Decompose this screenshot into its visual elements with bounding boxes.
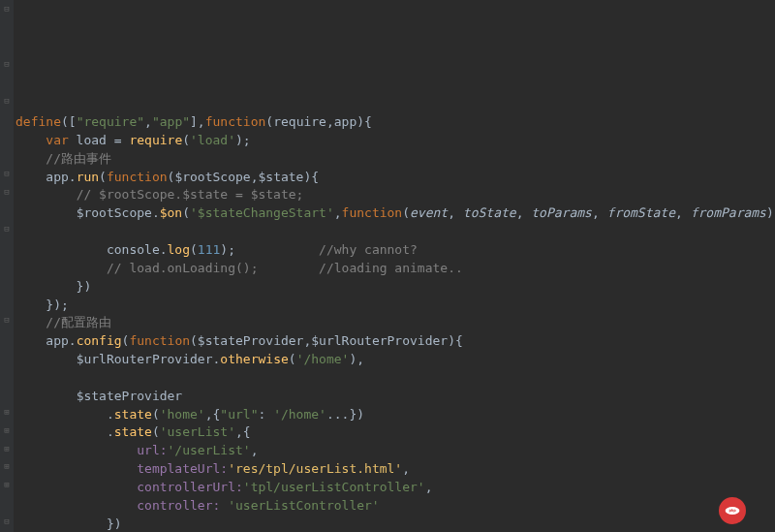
code-line: app.run(function($rootScope,$state){	[16, 170, 319, 184]
code-line: controller: 'userListController'	[16, 498, 380, 513]
fold-icon[interactable]: ⊞	[2, 407, 12, 417]
code-line: define(["require","app"],function(requir…	[16, 114, 372, 129]
code-line: var load = require('load');	[16, 133, 251, 147]
fold-icon[interactable]: ⊟	[2, 4, 12, 14]
fold-icon[interactable]: ⊟	[2, 224, 12, 234]
code-editor[interactable]: define(["require","app"],function(requir…	[16, 113, 775, 532]
code-line: $urlRouterProvider.otherwise('/home'),	[16, 352, 364, 366]
gutter: ⊟ ⊟ ⊟ ⊟ ⊟ ⊟ ⊟ ⊞ ⊞ ⊞ ⊞ ⊞ ⊟	[0, 0, 14, 532]
code-line: app.config(function($stateProvider,$urlR…	[16, 333, 463, 348]
code-line: //配置路由	[16, 315, 111, 329]
code-line: .state('home',{"url": '/home'...})	[16, 407, 364, 422]
fold-icon[interactable]: ⊞	[2, 480, 12, 489]
php-badge-icon[interactable]: php	[719, 497, 746, 524]
code-line: //路由事件	[16, 151, 111, 166]
code-line: url:'/userList',	[16, 443, 258, 457]
fold-icon[interactable]: ⊞	[2, 425, 12, 435]
fold-icon[interactable]: ⊞	[2, 444, 12, 454]
svg-text:php: php	[728, 508, 736, 513]
code-line: controllerUrl:'tpl/userListController',	[16, 480, 432, 494]
code-line: })	[16, 279, 91, 294]
fold-icon[interactable]: ⊟	[2, 315, 12, 325]
code-line: console.log(111); //why cannot?	[16, 242, 418, 257]
code-line: $stateProvider	[16, 389, 182, 403]
fold-icon[interactable]: ⊞	[2, 461, 12, 471]
fold-icon[interactable]: ⊟	[2, 59, 12, 69]
fold-icon[interactable]: ⊟	[2, 96, 12, 106]
code-line: })	[16, 516, 122, 531]
fold-icon[interactable]: ⊟	[2, 187, 12, 197]
code-line: });	[16, 297, 69, 312]
code-line: // $rootScope.$state = $state;	[16, 187, 303, 202]
code-line: $rootScope.$on('$stateChangeStart',funct…	[16, 205, 775, 220]
code-line: // load.onLoading(); //loading animate..	[16, 261, 463, 275]
code-line: templateUrl:'res/tpl/userList.html',	[16, 461, 410, 476]
code-line: .state('userList',{	[16, 424, 251, 439]
fold-icon[interactable]: ⊟	[2, 169, 12, 178]
fold-icon[interactable]: ⊟	[2, 516, 12, 526]
